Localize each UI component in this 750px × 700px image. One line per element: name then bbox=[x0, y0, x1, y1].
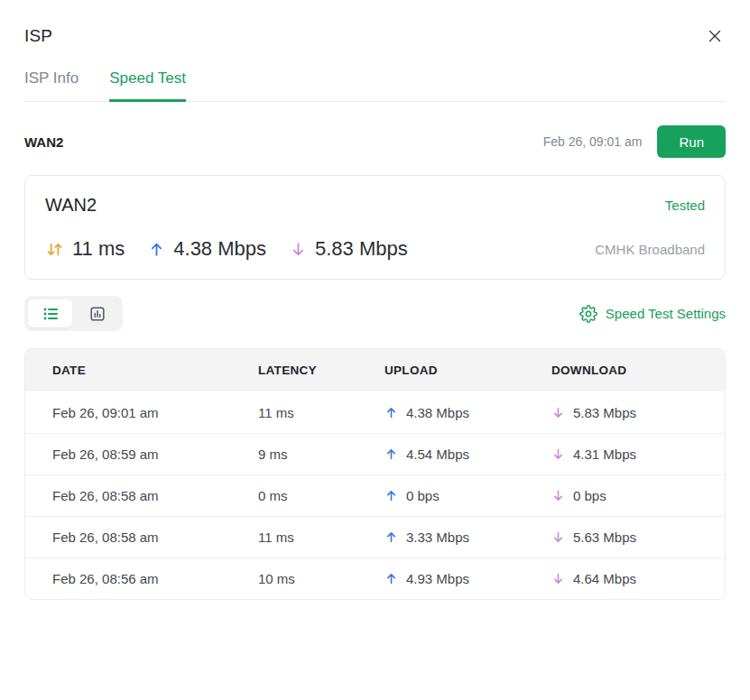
column-header-download: DOWNLOAD bbox=[551, 364, 725, 377]
table-row[interactable]: Feb 26, 08:59 am 9 ms 4.54 Mbps 4.31 Mbp… bbox=[25, 433, 725, 474]
table-row[interactable]: Feb 26, 08:56 am 10 ms 4.93 Mbps 4.64 Mb… bbox=[25, 557, 725, 599]
upload-arrow-icon bbox=[384, 406, 398, 419]
download-arrow-icon bbox=[290, 241, 307, 258]
wan-name-label: WAN2 bbox=[24, 134, 63, 150]
cell-upload: 4.38 Mbps bbox=[384, 405, 551, 420]
result-wan-title: WAN2 bbox=[45, 195, 97, 216]
upload-arrow-icon bbox=[384, 572, 398, 585]
isp-modal: ISP ISP Info Speed Test WAN2 Feb 26, 09:… bbox=[0, 0, 750, 700]
table-body: Feb 26, 09:01 am 11 ms 4.38 Mbps 5.83 Mb… bbox=[25, 391, 725, 599]
cell-download: 0 bps bbox=[551, 488, 725, 503]
chart-view-button[interactable] bbox=[75, 299, 119, 327]
tab-bar: ISP Info Speed Test bbox=[24, 69, 726, 102]
cell-latency: 0 ms bbox=[258, 488, 384, 503]
bar-chart-icon bbox=[88, 305, 106, 323]
tab-speed-test[interactable]: Speed Test bbox=[109, 69, 186, 102]
cell-latency: 9 ms bbox=[258, 447, 384, 462]
status-badge: Tested bbox=[665, 198, 705, 213]
cell-date: Feb 26, 08:56 am bbox=[52, 571, 258, 586]
latency-value: 11 ms bbox=[72, 237, 125, 261]
cell-date: Feb 26, 08:58 am bbox=[52, 488, 258, 503]
cell-latency: 11 ms bbox=[258, 530, 384, 545]
cell-latency: 11 ms bbox=[258, 405, 384, 420]
table-header-row: DATE LATENCY UPLOAD DOWNLOAD bbox=[25, 349, 725, 391]
upload-arrow-icon bbox=[384, 489, 398, 502]
column-header-date: DATE bbox=[52, 364, 258, 377]
cell-download: 4.64 Mbps bbox=[551, 571, 725, 586]
close-button[interactable] bbox=[704, 25, 726, 47]
download-arrow-icon bbox=[551, 530, 565, 544]
result-card-top: WAN2 Tested bbox=[45, 195, 705, 216]
close-icon bbox=[707, 28, 723, 44]
list-view-icon bbox=[42, 305, 60, 323]
cell-upload: 4.93 Mbps bbox=[384, 571, 551, 586]
cell-download: 5.83 Mbps bbox=[551, 405, 725, 420]
download-arrow-icon bbox=[551, 572, 565, 585]
download-arrow-icon bbox=[551, 406, 565, 419]
table-toolbar: Speed Test Settings bbox=[24, 296, 726, 331]
latency-stat: 11 ms bbox=[45, 237, 125, 261]
table-row[interactable]: Feb 26, 08:58 am 11 ms 3.33 Mbps 5.63 Mb… bbox=[25, 516, 725, 557]
cell-upload: 0 bps bbox=[384, 488, 551, 503]
upload-arrow-icon bbox=[384, 530, 398, 544]
upload-arrow-icon bbox=[384, 447, 398, 461]
cell-date: Feb 26, 09:01 am bbox=[52, 405, 258, 420]
table-row[interactable]: Feb 26, 08:58 am 0 ms 0 bps 0 bps bbox=[25, 474, 725, 516]
cell-download: 5.63 Mbps bbox=[551, 530, 725, 545]
result-stats: 11 ms 4.38 Mbps 5.83 Mbps CMHK Broadb bbox=[45, 237, 705, 261]
upload-value: 4.38 Mbps bbox=[173, 237, 266, 261]
download-arrow-icon bbox=[551, 489, 565, 502]
page-title: ISP bbox=[24, 26, 52, 46]
cell-latency: 10 ms bbox=[258, 571, 384, 586]
cell-upload: 3.33 Mbps bbox=[384, 530, 551, 545]
speed-test-result-card: WAN2 Tested 11 ms 4.38 Mbps bbox=[24, 175, 726, 280]
speed-test-history-table: DATE LATENCY UPLOAD DOWNLOAD Feb 26, 09:… bbox=[24, 348, 726, 600]
list-view-button[interactable] bbox=[28, 299, 72, 327]
latency-icon bbox=[45, 240, 64, 259]
cell-download: 4.31 Mbps bbox=[551, 447, 725, 462]
view-toggle-group bbox=[24, 296, 123, 331]
cell-date: Feb 26, 08:59 am bbox=[52, 447, 258, 462]
download-stat: 5.83 Mbps bbox=[290, 237, 408, 261]
isp-provider-label: CMHK Broadband bbox=[595, 242, 705, 257]
speed-test-settings-link[interactable]: Speed Test Settings bbox=[579, 305, 726, 323]
download-arrow-icon bbox=[551, 447, 565, 461]
upload-arrow-icon bbox=[148, 241, 165, 258]
download-value: 5.83 Mbps bbox=[315, 237, 408, 261]
upload-stat: 4.38 Mbps bbox=[148, 237, 266, 261]
speed-test-settings-label: Speed Test Settings bbox=[606, 306, 726, 321]
gear-icon bbox=[579, 305, 597, 323]
run-speed-test-button[interactable]: Run bbox=[657, 125, 726, 158]
cell-date: Feb 26, 08:58 am bbox=[52, 530, 258, 545]
last-test-timestamp: Feb 26, 09:01 am bbox=[543, 134, 643, 149]
cell-upload: 4.54 Mbps bbox=[384, 447, 551, 462]
column-header-upload: UPLOAD bbox=[384, 364, 551, 377]
column-header-latency: LATENCY bbox=[258, 364, 384, 377]
table-row[interactable]: Feb 26, 09:01 am 11 ms 4.38 Mbps 5.83 Mb… bbox=[25, 391, 725, 433]
wan-header-row: WAN2 Feb 26, 09:01 am Run bbox=[24, 125, 726, 158]
modal-header: ISP bbox=[24, 25, 726, 47]
tab-isp-info[interactable]: ISP Info bbox=[24, 69, 79, 102]
wan-header-right: Feb 26, 09:01 am Run bbox=[543, 125, 726, 158]
